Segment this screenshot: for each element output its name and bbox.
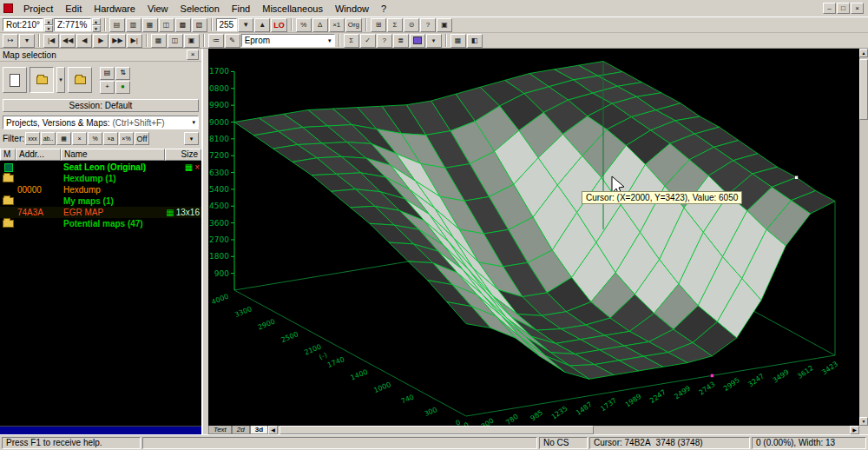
- scroll-down-button[interactable]: ▼: [859, 417, 868, 426]
- swap-icon[interactable]: ⇅: [115, 67, 130, 80]
- zoom-spinner[interactable]: ▲▼: [92, 18, 101, 31]
- open-project-button[interactable]: [30, 67, 54, 93]
- vertical-scrollbar[interactable]: ▲ ▼: [859, 49, 868, 426]
- table-icon[interactable]: ▦: [185, 162, 193, 172]
- goto-icon[interactable]: ↦: [3, 34, 18, 48]
- annotate-icon[interactable]: ✎: [225, 34, 240, 48]
- map-row[interactable]: 00000Hexdump: [0, 184, 201, 195]
- scroll-right-button[interactable]: ▶: [850, 426, 859, 434]
- column-header-name[interactable]: Name: [61, 149, 165, 161]
- window-mode-button[interactable]: ◧: [467, 34, 483, 48]
- import-file-button[interactable]: [68, 67, 92, 93]
- map-list[interactable]: Seat Leon (Original)▦×Hexdump (1)00000He…: [0, 161, 201, 426]
- scroll-left-button[interactable]: ◀: [268, 426, 278, 434]
- doc-list-icon[interactable]: ▤: [100, 67, 115, 80]
- cascade-windows-icon[interactable]: ▣: [184, 34, 200, 48]
- value-field[interactable]: 255: [216, 18, 238, 31]
- scroll-up-button[interactable]: ▲: [859, 49, 868, 57]
- first-map-button[interactable]: |◀: [43, 34, 59, 48]
- panel-close-button[interactable]: ×: [187, 50, 199, 60]
- filter-dropdown-button[interactable]: ▾: [184, 132, 199, 145]
- color-dropdown-button[interactable]: ▾: [426, 34, 442, 48]
- map-list-hscrollbar[interactable]: [0, 426, 201, 434]
- eprom-combo[interactable]: Eprom ▾: [241, 34, 335, 47]
- bookmark-list-icon[interactable]: ≔: [208, 34, 224, 48]
- menu-find[interactable]: Find: [226, 2, 256, 16]
- grid-toggle-icon[interactable]: ▩: [175, 18, 191, 32]
- map-row[interactable]: Hexdump (1): [0, 173, 201, 184]
- filter-xxx-button[interactable]: xxx: [25, 132, 40, 145]
- filter-off-button[interactable]: Off: [135, 132, 149, 145]
- open-dropdown-button[interactable]: ▾: [56, 67, 65, 93]
- map-row[interactable]: My maps (1): [0, 195, 201, 207]
- menu-miscellaneous[interactable]: Miscellaneous: [256, 2, 329, 16]
- help-cursor-icon[interactable]: ?: [420, 18, 436, 32]
- column-header-size[interactable]: Size: [165, 149, 201, 161]
- display-mode-button[interactable]: ▦: [450, 34, 466, 48]
- record-icon[interactable]: ●: [115, 81, 130, 94]
- next-map-button[interactable]: ▶: [93, 34, 108, 48]
- menu-window[interactable]: Window: [329, 2, 375, 16]
- close-button[interactable]: ×: [851, 3, 864, 14]
- add-icon[interactable]: +: [100, 81, 115, 94]
- vertical-scroll-thumb[interactable]: [859, 59, 868, 120]
- menu-[interactable]: ?: [375, 2, 392, 16]
- horizontal-scroll-track[interactable]: [278, 426, 850, 434]
- filter-percent-button[interactable]: %: [88, 132, 102, 145]
- sum-icon[interactable]: Σ: [387, 18, 403, 32]
- view-3d-icon[interactable]: ▦: [142, 18, 158, 32]
- tile-windows-icon[interactable]: ◫: [168, 34, 183, 48]
- selection-icon[interactable]: ⊞: [371, 18, 386, 32]
- view-split-icon[interactable]: ◫: [159, 18, 174, 32]
- restore-button[interactable]: □: [837, 3, 850, 14]
- window-list-icon[interactable]: ▦: [151, 34, 167, 48]
- map-row[interactable]: Seat Leon (Original)▦×: [0, 162, 201, 173]
- rotation-field[interactable]: Rot:210°: [3, 18, 43, 31]
- last-map-button[interactable]: ▶|: [127, 34, 142, 48]
- fast-next-button[interactable]: ▶▶: [109, 34, 125, 48]
- menu-view[interactable]: View: [141, 2, 174, 16]
- menu-selection[interactable]: Selection: [174, 2, 226, 16]
- tab-3d[interactable]: 3d: [250, 426, 268, 434]
- minimize-button[interactable]: –: [823, 3, 836, 14]
- bookmark-icon[interactable]: ▾: [19, 34, 35, 48]
- fast-prev-button[interactable]: ◀◀: [60, 34, 76, 48]
- axes-toggle-icon[interactable]: ▧: [192, 18, 207, 32]
- lo-button[interactable]: LO: [271, 18, 287, 32]
- percent-button[interactable]: %: [296, 18, 312, 32]
- rotation-spinner[interactable]: ▲▼: [44, 18, 53, 31]
- map-row[interactable]: 74A3AEGR MAP▦13x16: [0, 207, 201, 218]
- view-2d-icon[interactable]: ▥: [126, 18, 141, 32]
- filter-xa-button[interactable]: ×a: [103, 132, 118, 145]
- filter-grid-button[interactable]: ▦: [56, 132, 71, 145]
- projects-versions-combo[interactable]: Projects, Versions & Maps: (Ctrl+Shift+F…: [3, 116, 199, 129]
- color-swatch-button[interactable]: [410, 34, 425, 48]
- session-button[interactable]: Session: Default: [3, 99, 199, 112]
- filter-xp-button[interactable]: ×%: [119, 132, 134, 145]
- horizontal-scroll-thumb[interactable]: [279, 426, 594, 434]
- column-header-m[interactable]: M: [0, 149, 16, 161]
- tab-text[interactable]: Text: [208, 426, 232, 434]
- prev-map-button[interactable]: ◀: [76, 34, 92, 48]
- filter-ab-button[interactable]: ab..: [41, 132, 56, 145]
- menu-edit[interactable]: Edit: [59, 2, 88, 16]
- cell-plus-icon[interactable]: ▲: [254, 18, 270, 32]
- vertical-scroll-track[interactable]: [859, 57, 868, 417]
- times-one-button[interactable]: ×1: [329, 18, 345, 32]
- column-header-addr[interactable]: Addr...: [16, 149, 61, 161]
- properties-icon[interactable]: ≣: [393, 34, 409, 48]
- view-text-icon[interactable]: ▤: [109, 18, 125, 32]
- search-icon[interactable]: ⊙: [404, 18, 419, 32]
- cell-minus-icon[interactable]: ▼: [238, 18, 253, 32]
- map-3d-view[interactable]: 9001800270036004500540063007200810090009…: [208, 49, 859, 426]
- original-button[interactable]: Org: [345, 18, 362, 32]
- zoom-field[interactable]: Z:771%: [54, 18, 90, 31]
- new-project-button[interactable]: [3, 67, 27, 93]
- menu-project[interactable]: Project: [17, 2, 59, 16]
- close-icon[interactable]: ×: [194, 162, 200, 172]
- filter-clear-button[interactable]: ×: [72, 132, 87, 145]
- snapshot-icon[interactable]: ▣: [437, 18, 452, 32]
- tab-2d[interactable]: 2d: [232, 426, 250, 434]
- context-help-icon[interactable]: ?: [377, 34, 392, 48]
- delta-button[interactable]: Δ: [312, 18, 328, 32]
